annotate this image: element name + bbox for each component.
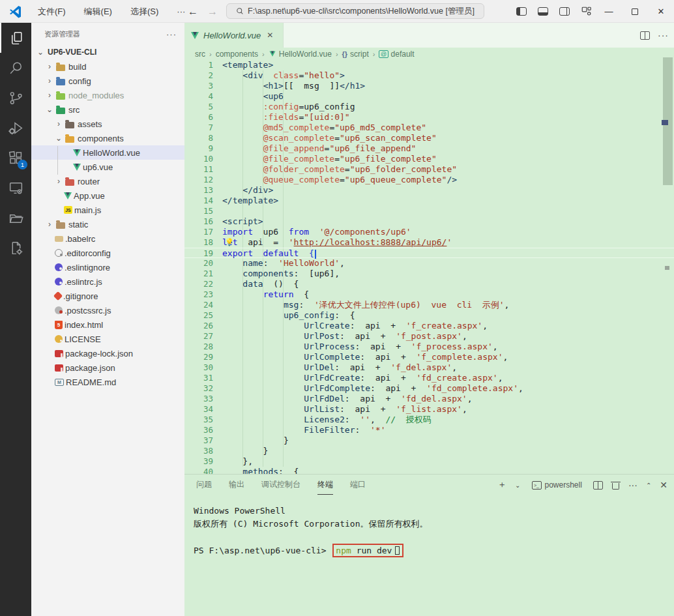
tree-item-App.vue[interactable]: App.vue <box>31 188 184 203</box>
tree-item-HelloWorld.vue[interactable]: HelloWorld.vue <box>31 145 184 160</box>
tree-item-node_modules[interactable]: ›node_modules <box>31 88 184 102</box>
code-text: @queue_complete="up6_queue_complete"/> <box>213 175 457 185</box>
activity-extensions-icon[interactable]: 1 <box>0 143 31 173</box>
panel-tab-输出[interactable]: 输出 <box>229 475 244 495</box>
activity-remote-explorer-icon[interactable] <box>0 173 31 203</box>
line-number: 37 <box>184 435 213 446</box>
tree-item-README.md[interactable]: README.md <box>31 375 184 389</box>
line-number: 6 <box>184 112 213 123</box>
terminal-command: npm <box>336 546 351 555</box>
tree-item-static[interactable]: ›static <box>31 217 184 231</box>
menu-item-2[interactable]: 选择(S) <box>121 3 168 20</box>
close-panel-icon[interactable]: ✕ <box>660 480 667 490</box>
tree-item-package-lock.json[interactable]: package-lock.json <box>31 346 184 360</box>
tree-item-package.json[interactable]: package.json <box>31 360 184 375</box>
split-editor-icon[interactable] <box>640 31 650 40</box>
breadcrumb-item-2[interactable]: HelloWorld.vue <box>269 50 332 59</box>
tree-item-.babelrc[interactable]: .babelrc <box>31 231 184 246</box>
tab-close-icon[interactable]: ✕ <box>267 31 273 40</box>
tree-item-label: static <box>68 220 88 229</box>
line-number: 27 <box>184 331 213 342</box>
tree-item-.eslintrc.js[interactable]: .eslintrc.js <box>31 274 184 289</box>
toggle-panel-icon[interactable] <box>538 7 548 16</box>
terminal-instance-item[interactable]: >_ powershell <box>532 480 582 490</box>
code-line: 2 <div class="hello"> <box>184 70 674 81</box>
customize-layout-icon[interactable] <box>581 7 592 16</box>
activity-search-icon[interactable] <box>0 53 31 83</box>
activity-source-control-icon[interactable] <box>0 83 31 113</box>
editor-more-actions-icon[interactable]: ··· <box>658 30 669 40</box>
tree-item-src[interactable]: ⌄src <box>31 102 184 117</box>
code-text: }, <box>213 456 253 467</box>
menu-item-0[interactable]: 文件(F) <box>29 3 75 20</box>
activity-folder-explorer-icon[interactable] <box>0 203 31 233</box>
toggle-sidebar-icon[interactable] <box>516 7 527 16</box>
line-number: 15 <box>184 206 213 216</box>
code-text: @md5_complete="up6_md5_complete" <box>213 123 426 133</box>
tree-item-label: README.md <box>66 377 116 387</box>
breadcrumb-item-3[interactable]: {}script <box>342 50 369 59</box>
line-number: 24 <box>184 300 213 310</box>
tree-item-.postcssrc.js[interactable]: .postcssrc.js <box>31 303 184 317</box>
tree-item-components[interactable]: ⌄components <box>31 131 184 145</box>
code-editor[interactable]: 1<template>2 <div class="hello">3 <h1>[[… <box>184 60 674 474</box>
code-line: 17import up6 from '@/components/up6' <box>184 227 674 237</box>
menu-item-1[interactable]: 编辑(E) <box>75 3 121 20</box>
breadcrumb-item-0[interactable]: src <box>195 50 205 59</box>
panel-tab-终端[interactable]: 终端 <box>317 475 333 495</box>
split-terminal-icon[interactable] <box>593 481 603 490</box>
code-text: <div class="hello"> <box>213 70 345 81</box>
tree-item-.editorconfig[interactable]: .editorconfig <box>31 246 184 260</box>
breadcrumb-separator-icon: › <box>373 50 375 58</box>
code-line: 32 UrlFdComplete: api + 'fd_complete.asp… <box>184 383 674 394</box>
tree-item-router[interactable]: ›router <box>31 174 184 188</box>
code-text: <template> <box>213 60 273 70</box>
tree-item-assets[interactable]: ›assets <box>31 117 184 131</box>
search-icon <box>236 7 244 15</box>
breadcrumb-item-4[interactable]: @default <box>379 50 414 59</box>
maximize-button[interactable] <box>622 0 648 23</box>
line-number: 1 <box>184 60 213 70</box>
tree-item-config[interactable]: ›config <box>31 74 184 88</box>
kill-terminal-icon[interactable] <box>611 481 620 490</box>
annotation-red-box: npm run dev <box>332 544 403 557</box>
folder-components-icon <box>64 133 76 143</box>
code-text: :fields="[uid:0]" <box>213 112 350 123</box>
explorer-more-actions-icon[interactable]: ··· <box>166 29 177 39</box>
close-button[interactable]: ✕ <box>648 0 674 23</box>
back-arrow-icon[interactable]: ← <box>188 6 198 18</box>
tree-item-index.html[interactable]: index.html <box>31 317 184 332</box>
panel-tab-调试控制台[interactable]: 调试控制台 <box>261 475 300 495</box>
tree-item-label: node_modules <box>68 91 124 100</box>
activity-file-settings-icon[interactable] <box>0 233 31 263</box>
tree-item-main.js[interactable]: main.js <box>31 203 184 217</box>
terminal-launch-dropdown-icon[interactable]: ⌄ <box>515 482 520 489</box>
tree-item-.eslintignore[interactable]: .eslintignore <box>31 260 184 274</box>
breadcrumb-item-1[interactable]: components <box>216 50 258 59</box>
tree-item-UP6-VUE-CLI[interactable]: ⌄UP6-VUE-CLI <box>31 45 184 59</box>
code-line: 34 UrlList: api + 'f_list.aspx', <box>184 404 674 415</box>
code-text: UrlDel: api + 'f_del.aspx', <box>213 362 457 373</box>
tree-item-.gitignore[interactable]: .gitignore <box>31 289 184 303</box>
activity-explorer-icon[interactable] <box>0 23 31 53</box>
command-center-search[interactable]: F:\asp.net\up6-vue-cli\src\components\He… <box>226 3 484 19</box>
minimize-button[interactable]: — <box>596 0 622 23</box>
terminal-output[interactable]: Windows PowerShell版权所有 (C) Microsoft Cor… <box>194 505 428 557</box>
editorconfig-icon <box>55 249 63 257</box>
activity-run-debug-icon[interactable] <box>0 113 31 143</box>
tree-item-LICENSE[interactable]: LICENSE <box>31 332 184 346</box>
panel-tab-端口[interactable]: 端口 <box>350 475 366 495</box>
panel-more-actions-icon[interactable]: ··· <box>628 480 637 490</box>
toggle-secondary-sidebar-icon[interactable] <box>559 7 570 16</box>
line-number: 20 <box>184 258 213 269</box>
terminal-prompt-line: PS F:\asp.net\up6-vue-cli> npm run dev <box>194 544 428 557</box>
tree-item-up6.vue[interactable]: up6.vue <box>31 160 184 174</box>
new-terminal-icon[interactable]: ＋ <box>497 479 506 491</box>
panel-tab-问题[interactable]: 问题 <box>196 475 212 495</box>
tab-helloworld[interactable]: HelloWorld.vue ✕ <box>184 23 284 48</box>
tree-item-build[interactable]: ›build <box>31 59 184 74</box>
license-icon <box>55 335 63 343</box>
line-number: 3 <box>184 81 213 91</box>
maximize-panel-icon[interactable]: ⌃ <box>646 482 651 489</box>
lightbulb-icon[interactable]: 💡 <box>225 238 234 247</box>
